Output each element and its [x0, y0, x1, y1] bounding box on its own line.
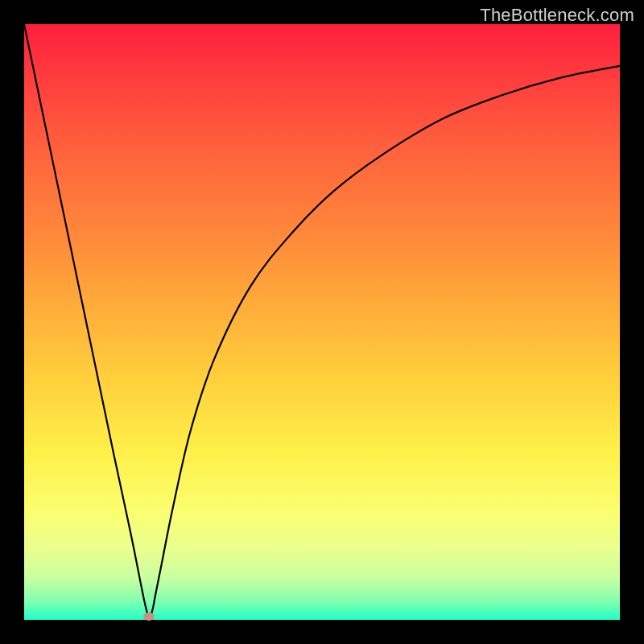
bottleneck-curve-path [24, 24, 620, 617]
minimum-marker [143, 613, 155, 621]
chart-frame: TheBottleneck.com [0, 0, 644, 644]
plot-area [24, 24, 620, 620]
curve-layer [24, 24, 620, 620]
watermark-text: TheBottleneck.com [480, 5, 634, 26]
